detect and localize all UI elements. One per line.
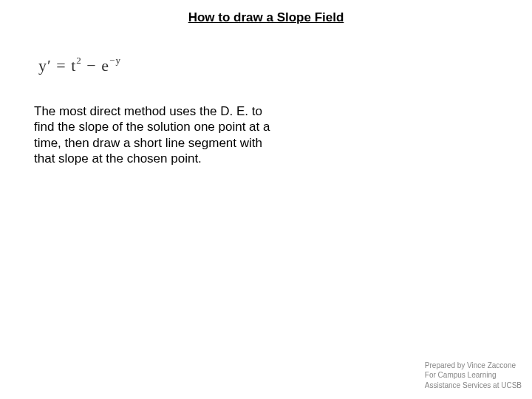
eq-e: e [101, 56, 109, 75]
eq-lhs-y: y [38, 56, 47, 75]
eq-equals: = [52, 56, 71, 75]
eq-minus: − [82, 56, 101, 75]
eq-t-exponent: 2 [76, 55, 82, 66]
body-paragraph: The most direct method uses the D. E. to… [34, 103, 278, 166]
footer-line-org2: Assistance Services at UCSB [425, 381, 522, 391]
footer-line-author: Prepared by Vince Zaccone [425, 361, 522, 371]
attribution-footer: Prepared by Vince Zaccone For Campus Lea… [425, 361, 522, 391]
footer-line-org1: For Campus Learning [425, 370, 522, 381]
page-title: How to draw a Slope Field [0, 0, 532, 25]
differential-equation: y′ = t2 − e−y [38, 56, 121, 75]
eq-e-exponent: −y [109, 55, 121, 66]
